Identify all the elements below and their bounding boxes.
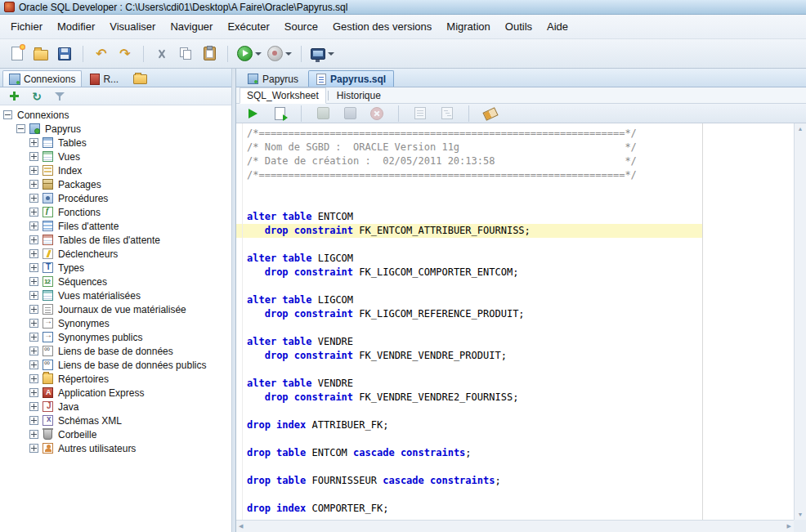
cut-button[interactable]: [151, 44, 172, 64]
tree-expander[interactable]: [29, 346, 38, 355]
tree-expander[interactable]: [29, 319, 38, 328]
tree-item-files-d-attente[interactable]: Files d'attente: [0, 219, 231, 233]
tree-expander[interactable]: [29, 430, 38, 439]
tree-expander[interactable]: [29, 416, 38, 425]
subtab-historique[interactable]: Historique: [330, 88, 387, 103]
tree-expander[interactable]: [29, 180, 38, 189]
editor-tab-papyrus-sql[interactable]: Papyrus.sql: [308, 70, 394, 87]
add-connection-button[interactable]: [6, 89, 22, 104]
scroll-down-arrow[interactable]: ▼: [798, 512, 804, 517]
tree-expander[interactable]: [29, 360, 38, 369]
run-statement-button[interactable]: [242, 104, 263, 123]
tree-expander[interactable]: [29, 374, 38, 383]
tree-item-liens-de-base-de-donnees[interactable]: Liens de base de données: [0, 344, 231, 358]
new-file-icon: [11, 47, 23, 60]
tree-item-schemas-xml[interactable]: Schémas XML: [0, 414, 231, 427]
tree-item-vues[interactable]: Vues: [0, 150, 231, 163]
tree-expander[interactable]: [29, 388, 38, 397]
commit-button[interactable]: [312, 104, 334, 123]
tree-expander[interactable]: [29, 291, 38, 300]
tree-expander[interactable]: [29, 138, 38, 147]
scroll-up-arrow[interactable]: ▲: [798, 126, 804, 132]
tree-item-connexions[interactable]: Connexions: [0, 108, 231, 122]
tree-item-tables-de-files-d-attente[interactable]: Tables de files d'attente: [0, 233, 231, 247]
menu-modifier[interactable]: Modifier: [50, 18, 102, 35]
explain-plan-button[interactable]: [437, 104, 458, 123]
tree-expander[interactable]: [29, 221, 38, 230]
tree-item-corbeille[interactable]: Corbeille: [0, 427, 231, 441]
horizontal-scrollbar[interactable]: ◀ ▶: [236, 520, 794, 532]
tree-item-types[interactable]: Types: [0, 261, 231, 275]
scroll-right-arrow[interactable]: ▶: [787, 523, 791, 530]
tree-item-synonymes[interactable]: Synonymes: [0, 316, 231, 330]
paste-button[interactable]: [199, 44, 220, 64]
tree-expander[interactable]: [29, 235, 38, 244]
tree-expander[interactable]: [29, 208, 38, 217]
menu-naviguer[interactable]: Naviguer: [163, 18, 220, 35]
debug-button[interactable]: [266, 44, 293, 64]
tree-item-synonymes-publics[interactable]: Synonymes publics: [0, 330, 231, 344]
tree-expander[interactable]: [29, 249, 38, 258]
tree-item-vues-materialisees[interactable]: Vues matérialisées: [0, 288, 231, 302]
tree-expander[interactable]: [29, 305, 38, 314]
files-folder-icon[interactable]: [133, 74, 147, 84]
run-button[interactable]: [235, 44, 263, 64]
redo-button[interactable]: [114, 44, 136, 64]
tree-item-papyrus[interactable]: Papyrus: [0, 122, 231, 136]
tree-expander[interactable]: [3, 110, 12, 119]
tree-expander[interactable]: [29, 277, 38, 286]
menu-migration[interactable]: Migration: [439, 18, 497, 35]
menu-gestion-des-versions[interactable]: Gestion des versions: [325, 18, 439, 35]
undo-button[interactable]: [91, 44, 112, 64]
refresh-button[interactable]: [29, 89, 45, 104]
tree-expander[interactable]: [29, 152, 38, 161]
tree-item-index[interactable]: Index: [0, 163, 231, 177]
cancel-button[interactable]: [366, 104, 387, 123]
tree-item-fonctions[interactable]: Fonctions: [0, 205, 231, 219]
save-button[interactable]: [54, 44, 75, 64]
copy-button[interactable]: [175, 44, 196, 64]
sql-code-editor[interactable]: /*======================================…: [236, 123, 806, 532]
tree-expander[interactable]: [29, 402, 38, 411]
subtab-sql-worksheet[interactable]: SQL_Worksheet: [240, 87, 326, 104]
editor-tab-papyrus[interactable]: Papyrus: [240, 70, 307, 87]
sql-monitor-button[interactable]: [309, 44, 336, 64]
new-file-button[interactable]: [7, 44, 28, 64]
tree-item-java[interactable]: Java: [0, 400, 231, 414]
menu-outils[interactable]: Outils: [498, 18, 540, 35]
tree-expander[interactable]: [29, 194, 38, 203]
monitor-button[interactable]: [410, 104, 431, 123]
tree-item-packages[interactable]: Packages: [0, 177, 231, 191]
tree-item-tables[interactable]: Tables: [0, 136, 231, 150]
run-script-button[interactable]: [269, 104, 290, 123]
tree-expander[interactable]: [16, 124, 25, 133]
menu-aide[interactable]: Aide: [540, 18, 575, 35]
rollback-button[interactable]: [339, 104, 360, 123]
tree-item-journaux-de-vue-materialisee[interactable]: Journaux de vue matérialisée: [0, 302, 231, 316]
tree-expander[interactable]: [29, 333, 38, 342]
tree-expander[interactable]: [29, 166, 38, 175]
tree-item-procedures[interactable]: Procédures: [0, 191, 231, 205]
tree-item-declencheurs[interactable]: Déclencheurs: [0, 247, 231, 261]
sql-monitor-dropdown-arrow[interactable]: [328, 52, 334, 56]
menu-fichier[interactable]: Fichier: [3, 18, 50, 35]
tree-item-application-express[interactable]: Application Express: [0, 386, 231, 400]
tree-item-liens-de-base-de-donnees-publics[interactable]: Liens de base de données publics: [0, 358, 231, 372]
tree-item-autres-utilisateurs[interactable]: Autres utilisateurs: [0, 441, 231, 455]
clear-button[interactable]: [480, 104, 501, 123]
menu-source[interactable]: Source: [277, 18, 325, 35]
tree-item-sequences[interactable]: Séquences: [0, 275, 231, 288]
menu-executer[interactable]: Exécuter: [220, 18, 276, 35]
run-dropdown-arrow[interactable]: [255, 52, 262, 56]
open-folder-button[interactable]: [30, 44, 51, 64]
menu-visualiser[interactable]: Visualiser: [102, 18, 163, 35]
debug-dropdown-arrow[interactable]: [285, 52, 292, 56]
tree-expander[interactable]: [29, 444, 38, 453]
panel-tab-r[interactable]: R...: [83, 70, 125, 87]
filter-button[interactable]: [51, 89, 68, 104]
panel-tab-connexions[interactable]: Connexions: [2, 70, 82, 87]
tree-item-repertoires[interactable]: Répertoires: [0, 372, 231, 386]
scroll-left-arrow[interactable]: ◀: [239, 523, 243, 530]
tree-expander[interactable]: [29, 263, 38, 272]
vertical-scrollbar[interactable]: ▲ ▼: [794, 123, 806, 520]
